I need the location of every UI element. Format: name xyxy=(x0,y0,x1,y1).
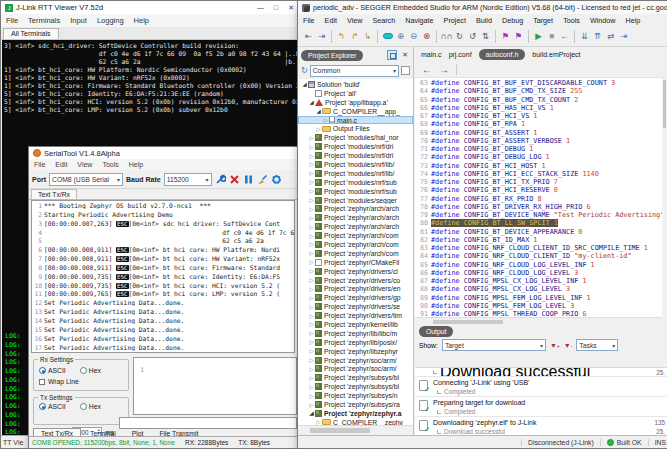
run-icon[interactable]: ▶ xyxy=(532,30,545,43)
tree-expander-icon[interactable]: ▷ xyxy=(308,241,315,247)
menu-item-file[interactable]: File xyxy=(298,16,320,25)
tree-expander-icon[interactable]: ▷ xyxy=(308,402,315,408)
verify-icon[interactable]: ⇄ xyxy=(604,30,617,43)
tab-main-c[interactable]: main.c xyxy=(421,51,442,58)
tree-expander-icon[interactable]: ▷ xyxy=(308,375,315,381)
download-icon[interactable]: ⇈ xyxy=(591,30,604,43)
tree-expander-icon[interactable]: ▷ xyxy=(308,268,315,274)
tree-item-project-zephyr-drivers-se[interactable]: ▷Project 'zephyr/drivers/se xyxy=(298,302,413,311)
attach-icon[interactable]: ⇥ xyxy=(617,30,630,43)
tree-expander-icon[interactable]: ▷ xyxy=(315,126,322,132)
tree-expander-icon[interactable]: ▷ xyxy=(308,170,315,176)
rx-terminal[interactable]: 1*** Booting Zephyr OS build v2.7.0-ncs1… xyxy=(31,200,295,353)
tree-item-project-zephyr-arch-arch[interactable]: ▷Project 'zephyr/arch/arch xyxy=(298,213,413,222)
menu-item-view[interactable]: View xyxy=(342,16,367,25)
tree-expander-icon[interactable]: ▷ xyxy=(308,321,315,327)
ses-titlebar[interactable]: periodic_adv - SEGGER Embedded Studio fo… xyxy=(298,1,667,14)
tab-build-emProject[interactable]: build.emProject xyxy=(532,51,580,58)
minimize-icon[interactable]: — xyxy=(257,4,264,12)
tree-expander-icon[interactable]: ◢ xyxy=(308,99,315,105)
tab-prj-conf[interactable]: prj.conf xyxy=(449,51,472,58)
tree-item-output-files[interactable]: ▷Output Files xyxy=(298,124,413,133)
pause-icon[interactable] xyxy=(243,174,254,185)
menu-item-edit[interactable]: Edit xyxy=(320,16,342,25)
tx-ascii-radio[interactable]: ASCII xyxy=(39,403,66,410)
menu-item-help[interactable]: Help xyxy=(620,16,645,25)
tree-item-project-zephyr-arch-arch[interactable]: ▷Project 'zephyr/arch/arch xyxy=(298,204,413,213)
tree-item-project-zephyr-lib-libc-m[interactable]: ▷Project 'zephyr/lib/libc/m xyxy=(298,329,413,338)
tree-item-project-zephyr-arch-arch[interactable]: ▷Project 'zephyr/arch/arch xyxy=(298,222,413,231)
refresh-icon[interactable]: ↻ xyxy=(301,66,308,75)
caret-oval-icon[interactable] xyxy=(381,30,394,43)
tree-item-project-zephyr-soc-arm-[interactable]: ▷Project 'zephyr/soc/arm/ xyxy=(298,365,413,374)
menu-item-terminals[interactable]: Terminals xyxy=(23,16,65,25)
zoom-in-icon[interactable]: ⊕ xyxy=(394,30,407,43)
tree-item-project-modules-nrf-dri[interactable]: ▷Project 'modules/nrf/dri xyxy=(298,151,413,160)
indent-left-icon[interactable]: ⇤ xyxy=(302,30,315,43)
tree-expander-icon[interactable]: ▷ xyxy=(308,179,315,185)
tree-expander-icon[interactable]: ▷ xyxy=(308,330,315,336)
options-icon[interactable] xyxy=(401,66,410,75)
tree-item-project-modules-segger[interactable]: ▷Project 'modules/segger xyxy=(298,196,413,205)
output-row[interactable]: Preparing target for downloadCompleted xyxy=(415,396,667,416)
tab-text-tx-rx[interactable]: Text Tx/Rx xyxy=(31,189,77,199)
code-editor[interactable]: 63#define CONFIG_BT_BUF_EVT_DISCARDABLE_… xyxy=(415,78,662,317)
tree-item-project-zephyr-lib-posix-[interactable]: ▷Project 'zephyr/lib/posix/ xyxy=(298,338,413,347)
tab-autoconf-h[interactable]: autoconf.h xyxy=(479,49,526,60)
bookmark-prev-icon[interactable]: ⚑ xyxy=(499,30,512,43)
back-icon[interactable]: ← xyxy=(558,30,571,43)
output-row[interactable]: Connecting 'J-Link' using 'USB'Completed xyxy=(415,376,667,396)
tab-project-explorer[interactable]: Project Explorer xyxy=(301,50,363,61)
tree-expander-icon[interactable]: ▷ xyxy=(308,384,315,390)
tree-item-project-zephyr-drivers-en[interactable]: ▷Project 'zephyr/drivers/en xyxy=(298,284,413,293)
tree-expander-icon[interactable]: ▷ xyxy=(308,215,315,221)
tree-item-project-zephyr-subsys-bl[interactable]: ▷Project 'zephyr/subsys/bl xyxy=(298,373,413,382)
menu-item-file[interactable]: File xyxy=(29,161,50,168)
nav-back-icon[interactable]: ↰ xyxy=(335,30,348,43)
tree-item-project-zephyr-subsys-n[interactable]: ▷Project 'zephyr/subsys/n xyxy=(298,391,413,400)
filter-add-icon[interactable]: ▼+ xyxy=(550,342,560,349)
rtt-titlebar[interactable]: J J-Link RTT Viewer V7.52d — □ ✕ xyxy=(1,1,301,14)
menu-item-window[interactable]: Window xyxy=(585,16,621,25)
tree-item-project-zephyr-soc-arm-[interactable]: ▷Project 'zephyr/soc/arm/ xyxy=(298,356,413,365)
tree-item-project-modules-nrf-dri[interactable]: ▷Project 'modules/nrf/dri xyxy=(298,142,413,151)
tree-expander-icon[interactable]: ▷ xyxy=(308,348,315,354)
filter-remove-icon[interactable]: ▼- xyxy=(564,342,573,349)
tree-expander-icon[interactable]: ▷ xyxy=(308,153,315,159)
menu-item-debug[interactable]: Debug xyxy=(497,16,528,25)
nav-last-icon[interactable]: ↳ xyxy=(361,30,374,43)
tree-expander-icon[interactable]: ▷ xyxy=(308,233,315,239)
tree-expander-icon[interactable]: ▷ xyxy=(308,366,315,372)
tree-expander-icon[interactable]: ◢ xyxy=(308,410,315,416)
output-list[interactable]: Download successful25.Connecting 'J-Link… xyxy=(415,367,667,435)
tab-all-terminals[interactable]: All Terminals xyxy=(3,28,59,39)
tree-expander-icon[interactable]: ▷ xyxy=(308,313,315,319)
menu-item-search[interactable]: Search xyxy=(367,16,400,25)
clear-brush-icon[interactable] xyxy=(257,174,268,185)
tree-horizontal-scrollbar[interactable] xyxy=(298,425,413,435)
nav-forward-icon[interactable]: → xyxy=(439,64,449,75)
tree-item-project-all-[interactable]: Project 'all' xyxy=(298,89,413,98)
tree-expander-icon[interactable]: ▷ xyxy=(308,135,315,141)
zoom-out-icon[interactable]: ⊖ xyxy=(407,30,420,43)
tree-item-project-zephyr-kernel-lib[interactable]: ▷Project 'zephyr/kernel/lib xyxy=(298,320,413,329)
menu-item-build[interactable]: Build xyxy=(471,16,497,25)
tree-item-project-zephyr-cmakefil[interactable]: ▷Project 'zephyr/CMakeFil xyxy=(298,258,413,267)
output-show-select[interactable]: Target▾ xyxy=(442,339,546,351)
tree-expander-icon[interactable]: ▷ xyxy=(308,188,315,194)
menu-item-project[interactable]: Project xyxy=(439,16,471,25)
tree-item-project-modules-nrf-lib-[interactable]: ▷Project 'modules/nrf/lib/ xyxy=(298,160,413,169)
tree-item-main-c[interactable]: ▷main.c xyxy=(298,116,413,125)
indent-right-icon[interactable]: ⇥ xyxy=(315,30,328,43)
find-in-files-icon[interactable]: ⇅ xyxy=(479,30,492,43)
tree-expander-icon[interactable]: ▷ xyxy=(308,259,315,265)
nav-back-icon[interactable]: ← xyxy=(422,64,432,75)
tree-expander-icon[interactable]: ▷ xyxy=(322,117,329,123)
tx-multiline-input[interactable]: 1 xyxy=(133,357,297,415)
tree-item-project-modules-nrf-sub[interactable]: ▷Project 'modules/nrf/sub xyxy=(298,178,413,187)
tree-item-project-zephyr-arch-com[interactable]: ▷Project 'zephyr/arch/com xyxy=(298,249,413,258)
tree-expander-icon[interactable]: ◢ xyxy=(315,108,322,114)
tree-item-project-zephyr-drivers-cl[interactable]: ▷Project 'zephyr/drivers/cl xyxy=(298,267,413,276)
tree-item-project-modules-hal-nor[interactable]: ▷Project 'modules/hal_nor xyxy=(298,133,413,142)
menu-item-navigate[interactable]: Navigate xyxy=(400,16,438,25)
